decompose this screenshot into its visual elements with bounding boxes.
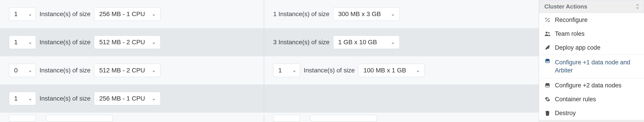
quantity-value: 1 bbox=[14, 95, 18, 102]
chevron-down-icon: ⌄ bbox=[152, 39, 156, 45]
instance-label: Instance(s) of size bbox=[304, 67, 355, 74]
quantity-value: 1 bbox=[14, 39, 18, 46]
trash-icon bbox=[544, 110, 551, 116]
quantity-value: 0 bbox=[14, 67, 18, 74]
config-row: 1 ⌄ Instance(s) of size 256 MB - 1 CPU ⌄… bbox=[0, 0, 539, 28]
menu-label: Configure +1 data node and Arbiter bbox=[555, 58, 639, 75]
quantity-select[interactable]: ⌄ bbox=[273, 115, 300, 122]
config-row: ⌄ x ⌄ ⌄ x ⌄ bbox=[0, 113, 539, 122]
quantity-value: 1 bbox=[14, 10, 18, 18]
config-row: 1 ⌄ Instance(s) of size 512 MB - 2 CPU ⌄… bbox=[0, 28, 539, 56]
config-row: 1 ⌄ Instance(s) of size 256 MB - 1 CPU ⌄ bbox=[0, 84, 539, 113]
size-select[interactable]: 1 GB x 10 GB ⌄ bbox=[333, 36, 400, 49]
cluster-actions-panel: Cluster Actions Reconfigure Team roles D… bbox=[539, 0, 644, 122]
instance-label: Instance(s) of size bbox=[278, 10, 330, 18]
quantity-select[interactable]: 1 ⌄ bbox=[9, 36, 36, 49]
menu-label: Team roles bbox=[555, 30, 639, 38]
quantity-select[interactable]: 0 ⌄ bbox=[9, 64, 36, 77]
size-select[interactable]: 256 MB - 1 CPU ⌄ bbox=[94, 7, 160, 21]
chevron-down-icon: ⌄ bbox=[152, 96, 156, 101]
config-row: 0 ⌄ Instance(s) of size 512 MB - 2 CPU ⌄… bbox=[0, 56, 539, 84]
size-value: 1 GB x 10 GB bbox=[338, 39, 377, 46]
quantity-static: 3 bbox=[273, 39, 277, 46]
left-cell: 1 ⌄ Instance(s) of size 256 MB - 1 CPU ⌄ bbox=[0, 84, 264, 113]
size-value: 100 MB x 1 GB bbox=[364, 67, 406, 74]
menu-label: Container rules bbox=[555, 95, 639, 103]
menu-item-deploy[interactable]: Deploy app code bbox=[539, 41, 644, 55]
instance-label: Instance(s) of size bbox=[40, 39, 90, 46]
size-value: 512 MB - 2 CPU bbox=[99, 67, 145, 74]
quantity-select[interactable]: 1 ⌄ bbox=[9, 7, 36, 21]
chevron-down-icon: ⌄ bbox=[391, 39, 395, 45]
chevron-down-icon: ⌄ bbox=[28, 11, 32, 17]
panel-footer bbox=[539, 120, 644, 122]
chevron-down-icon: ⌄ bbox=[28, 96, 32, 101]
config-grid: 1 ⌄ Instance(s) of size 256 MB - 1 CPU ⌄… bbox=[0, 0, 539, 122]
instance-label: Instance(s) of size bbox=[40, 67, 90, 74]
menu-label: Configure +2 data nodes bbox=[555, 81, 639, 89]
gear-icon bbox=[544, 97, 551, 102]
left-cell: 1 ⌄ Instance(s) of size 256 MB - 1 CPU ⌄ bbox=[0, 0, 264, 28]
size-value: 300 MB x 3 GB bbox=[338, 10, 381, 18]
chevron-down-icon: ⌄ bbox=[391, 11, 395, 17]
menu-label: Destroy bbox=[555, 109, 639, 117]
instance-label: Instance(s) of size bbox=[40, 95, 90, 102]
left-cell: ⌄ x ⌄ bbox=[0, 114, 264, 122]
right-cell: 1 Instance(s) of size 300 MB x 3 GB ⌄ bbox=[264, 0, 539, 28]
size-select[interactable]: 100 MB x 1 GB ⌄ bbox=[358, 64, 425, 77]
users-icon bbox=[544, 31, 551, 36]
chevron-down-icon: ⌄ bbox=[152, 67, 156, 73]
menu-item-destroy[interactable]: Destroy bbox=[539, 106, 644, 120]
size-select[interactable]: ⌄ bbox=[310, 115, 377, 122]
database-icon bbox=[544, 83, 551, 88]
menu-label: Reconfigure bbox=[555, 16, 639, 24]
size-select[interactable]: 256 MB - 1 CPU ⌄ bbox=[94, 92, 160, 105]
sort-icon bbox=[636, 4, 639, 9]
svg-point-0 bbox=[546, 32, 548, 34]
instance-label: Instance(s) of size bbox=[40, 10, 90, 18]
chevron-down-icon: ⌄ bbox=[28, 67, 32, 73]
quantity-select[interactable]: ⌄ bbox=[9, 115, 36, 122]
quantity-static: 1 bbox=[273, 10, 277, 18]
chevron-down-icon: ⌄ bbox=[152, 11, 156, 17]
menu-item-reconfigure[interactable]: Reconfigure bbox=[539, 13, 644, 27]
instance-label: Instance(s) of size bbox=[278, 39, 330, 46]
size-value: 512 MB - 2 CPU bbox=[99, 39, 145, 46]
size-value: 256 MB - 1 CPU bbox=[99, 10, 145, 18]
right-cell bbox=[264, 84, 539, 113]
rocket-icon bbox=[544, 45, 551, 50]
quantity-value: 1 bbox=[278, 67, 282, 74]
size-value: 256 MB - 1 CPU bbox=[99, 95, 145, 102]
menu-label: Deploy app code bbox=[555, 44, 639, 52]
svg-point-1 bbox=[548, 32, 550, 34]
chevron-down-icon: ⌄ bbox=[416, 67, 420, 73]
expand-icon bbox=[544, 17, 551, 23]
quantity-select[interactable]: 1 ⌄ bbox=[9, 92, 36, 105]
size-select[interactable]: ⌄ bbox=[46, 115, 113, 122]
right-cell: ⌄ x ⌄ bbox=[264, 114, 539, 122]
left-cell: 1 ⌄ Instance(s) of size 512 MB - 2 CPU ⌄ bbox=[0, 28, 264, 56]
menu-item-container-rules[interactable]: Container rules bbox=[539, 92, 644, 106]
size-select[interactable]: 512 MB - 2 CPU ⌄ bbox=[94, 64, 160, 77]
left-cell: 0 ⌄ Instance(s) of size 512 MB - 2 CPU ⌄ bbox=[0, 56, 264, 84]
menu-item-configure-1-node[interactable]: Configure +1 data node and Arbiter bbox=[539, 55, 644, 78]
chevron-down-icon: ⌄ bbox=[292, 67, 296, 73]
chevron-down-icon: ⌄ bbox=[28, 39, 32, 45]
menu-item-configure-2-nodes[interactable]: Configure +2 data nodes bbox=[539, 78, 644, 92]
quantity-select[interactable]: 1 ⌄ bbox=[273, 64, 300, 77]
menu-item-team-roles[interactable]: Team roles bbox=[539, 27, 644, 41]
right-cell: 1 ⌄ Instance(s) of size 100 MB x 1 GB ⌄ bbox=[264, 56, 539, 84]
size-select[interactable]: 300 MB x 3 GB ⌄ bbox=[333, 7, 400, 21]
size-select[interactable]: 512 MB - 2 CPU ⌄ bbox=[94, 36, 160, 49]
panel-header[interactable]: Cluster Actions bbox=[539, 0, 644, 13]
database-icon bbox=[544, 58, 551, 64]
right-cell: 3 Instance(s) of size 1 GB x 10 GB ⌄ bbox=[264, 28, 539, 56]
panel-title: Cluster Actions bbox=[544, 3, 587, 10]
